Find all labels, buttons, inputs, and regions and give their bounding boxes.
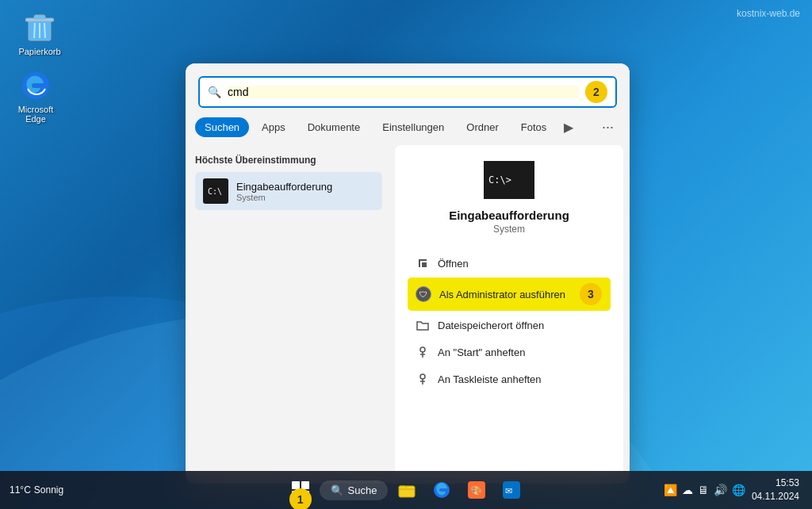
taskbar-file-explorer[interactable] <box>391 474 423 506</box>
taskbar-edge[interactable] <box>426 474 458 506</box>
left-panel: Höchste Übereinstimmung C:\ Eingabeauffo… <box>186 145 392 484</box>
svg-rect-21 <box>399 486 415 497</box>
action-open[interactable]: Öffnen <box>408 251 611 276</box>
taskbar-search-label: Suche <box>348 484 377 496</box>
tab-einstellungen[interactable]: Einstellungen <box>373 117 454 137</box>
admin-icon: 🛡 <box>416 286 431 302</box>
cloud-icon[interactable]: ☁ <box>682 484 693 496</box>
tab-fotos[interactable]: Fotos <box>511 117 557 137</box>
result-item-cmd[interactable]: C:\ Eingabeaufforderung System <box>195 172 382 210</box>
folder-icon <box>416 318 430 332</box>
taskbar-right: 🔼 ☁ 🖥 🔊 🌐 15:53 04.11.2024 <box>664 476 799 503</box>
taskbar-paint-icon: 🎨 <box>468 481 485 499</box>
pin-taskbar-icon <box>416 372 430 386</box>
taskbar-edge-icon <box>433 481 450 499</box>
search-input[interactable] <box>228 86 579 98</box>
action-pin-start[interactable]: An "Start" anheften <box>408 339 611 365</box>
chevron-up-icon[interactable]: 🔼 <box>664 484 677 496</box>
clock-date: 04.11.2024 <box>752 490 799 503</box>
tab-suchen[interactable]: Suchen <box>195 117 249 137</box>
desktop-icon-edge[interactable]: Microsoft Edge <box>8 70 63 124</box>
start-button-wrap: 1 <box>285 474 316 506</box>
svg-rect-4 <box>34 15 45 19</box>
clock-time: 15:53 <box>752 476 799 490</box>
filter-tabs: Suchen Apps Dokumente Einstellungen Ordn… <box>186 108 630 139</box>
app-title: Eingabeaufforderung <box>449 209 569 222</box>
taskbar-weather: 11°C Sonnig <box>10 484 63 496</box>
tab-apps[interactable]: Apps <box>252 117 295 137</box>
step-badge-1: 1 <box>289 488 312 509</box>
result-text: Eingabeaufforderung System <box>236 181 332 202</box>
weather-temp: 11°C <box>10 484 31 496</box>
cmd-icon: C:\ <box>203 178 228 204</box>
main-content: Höchste Übereinstimmung C:\ Eingabeauffo… <box>186 145 630 484</box>
tab-dokumente[interactable]: Dokumente <box>298 117 370 137</box>
search-input-row: 🔍 2 <box>198 76 617 108</box>
desktop-icon-recyclebin[interactable]: Papierkorb <box>12 12 67 56</box>
svg-text:🎨: 🎨 <box>470 484 482 496</box>
step-badge-2: 2 <box>585 81 607 103</box>
recyclebin-icon <box>24 12 56 44</box>
app-subtitle: System <box>493 224 525 235</box>
action-open-location[interactable]: Dateispeicherort öffnen <box>408 312 611 338</box>
action-pin-start-label: An "Start" anheften <box>438 346 525 358</box>
action-open-label: Öffnen <box>438 258 469 270</box>
action-pin-taskbar[interactable]: An Taskleiste anheften <box>408 366 611 392</box>
file-explorer-icon <box>398 481 416 499</box>
svg-text:✉: ✉ <box>505 486 512 496</box>
pin-start-icon <box>416 345 430 359</box>
filter-dots-button[interactable]: ··· <box>596 116 620 139</box>
speaker-icon[interactable]: 🔊 <box>714 484 727 496</box>
taskbar-outlook-icon: ✉ <box>503 481 520 499</box>
svg-text:C:\>: C:\> <box>488 174 511 186</box>
taskbar-system-icons: 🔼 ☁ 🖥 🔊 🌐 <box>664 484 745 496</box>
action-pin-taskbar-label: An Taskleiste anheften <box>438 373 542 385</box>
open-icon <box>416 256 430 270</box>
watermark: kostnix-web.de <box>737 8 800 19</box>
search-panel: 🔍 2 Suchen Apps Dokumente Einstellungen … <box>186 63 630 484</box>
more-tabs-button[interactable]: ▶ <box>559 117 578 138</box>
taskbar-outlook[interactable]: ✉ <box>496 474 527 506</box>
search-bar-area: 🔍 2 <box>186 63 630 108</box>
taskbar-center: 1 🔍 Suche 🎨 <box>285 474 528 506</box>
taskbar-search[interactable]: 🔍 Suche <box>320 480 389 500</box>
svg-line-5 <box>34 23 35 38</box>
recyclebin-label: Papierkorb <box>18 47 60 56</box>
svg-line-7 <box>44 23 45 38</box>
search-icon: 🔍 <box>208 86 221 98</box>
step-badge-3: 3 <box>580 283 602 305</box>
section-label: Höchste Übereinstimmung <box>195 155 382 166</box>
result-sub: System <box>236 193 332 202</box>
taskbar: 11°C Sonnig 1 🔍 Suche <box>0 471 812 509</box>
svg-text:🛡: 🛡 <box>419 290 427 299</box>
svg-point-18 <box>420 374 425 379</box>
taskbar-clock[interactable]: 15:53 04.11.2024 <box>752 476 799 503</box>
taskbar-search-icon: 🔍 <box>331 484 343 496</box>
svg-point-15 <box>420 347 425 352</box>
monitor-icon[interactable]: 🖥 <box>698 484 709 496</box>
right-panel: C:\> Eingabeaufforderung System Öffnen <box>395 145 623 477</box>
action-location-label: Dateispeicherort öffnen <box>438 320 544 331</box>
tab-ordner[interactable]: Ordner <box>457 117 508 137</box>
svg-text:C:\: C:\ <box>208 187 222 196</box>
taskbar-paint[interactable]: 🎨 <box>461 474 492 506</box>
action-admin-label: Als Administrator ausführen <box>439 289 565 300</box>
network-icon[interactable]: 🌐 <box>732 484 745 496</box>
result-name: Eingabeaufforderung <box>236 181 332 193</box>
weather-condition: Sonnig <box>34 484 63 496</box>
action-list: Öffnen 🛡 Als Administrator ausführen 3 <box>408 251 611 392</box>
edge-label: Microsoft Edge <box>8 105 63 124</box>
app-preview-icon: C:\> <box>484 161 534 199</box>
edge-icon <box>20 70 52 101</box>
action-run-admin[interactable]: 🛡 Als Administrator ausführen 3 <box>408 277 611 311</box>
